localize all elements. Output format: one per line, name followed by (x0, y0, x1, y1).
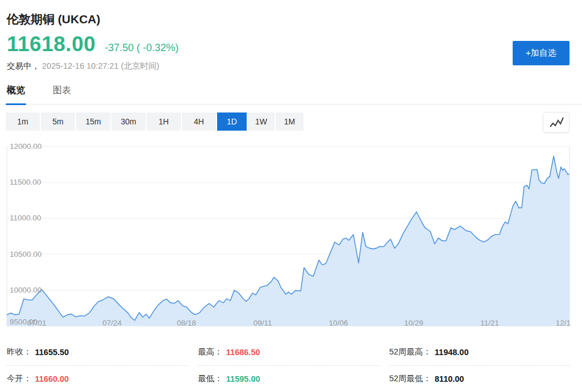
timeframe-5m[interactable]: 5m (41, 112, 75, 131)
page-title: 伦敦期铜 (UKCA) (7, 11, 582, 27)
timeframe-1w[interactable]: 1W (248, 112, 275, 131)
y-axis-label: 11500.00 (10, 178, 41, 186)
stat-label: 今开： (7, 373, 32, 384)
chart-style-button[interactable] (543, 112, 569, 133)
timeframe-4h[interactable]: 4H (182, 112, 216, 131)
stat-day-low: 最低：11595.00 (198, 366, 379, 392)
stat-value: 11660.00 (35, 374, 69, 383)
timeframe-1h[interactable]: 1H (147, 112, 181, 131)
price-row: 11618.00 -37.50 ( -0.32%) (7, 32, 582, 56)
x-axis-label: 08/18 (173, 319, 200, 327)
tab-overview[interactable]: 概览 (7, 85, 25, 104)
stat-label: 52周最低： (389, 373, 431, 384)
chart-canvas (6, 141, 570, 329)
trading-status-label: 交易中， (7, 61, 40, 70)
timeframe-1m[interactable]: 1m (6, 112, 40, 131)
stats-grid: 昨收：11655.50最高：11686.5052周最高：11948.00今开：1… (7, 339, 570, 392)
stat-week52-high: 52周最高：11948.00 (389, 339, 570, 366)
stat-label: 最低： (198, 373, 223, 384)
stat-value: 11686.50 (226, 348, 260, 357)
timeframe-1d[interactable]: 1D (217, 112, 247, 131)
stat-label: 52周最高： (389, 347, 431, 357)
stat-week52-low: 52周最低：8110.00 (389, 366, 570, 392)
add-watchlist-button[interactable]: +加自选 (513, 41, 569, 65)
timeframe-30m[interactable]: 30m (111, 112, 146, 131)
timeframe-row: 1m5m15m30m1H4H1D1W1M (6, 112, 582, 133)
quote-page: 伦敦期铜 (UKCA) 11618.00 -37.50 ( -0.32%) +加… (0, 11, 582, 392)
x-axis-label: 11/21 (476, 319, 504, 327)
x-axis-label: 10/06 (325, 319, 352, 327)
y-axis-label: 12000.00 (10, 142, 41, 151)
x-axis-label: 07/01 (23, 319, 51, 327)
stat-label: 昨收： (7, 347, 32, 357)
timeframe-15m[interactable]: 15m (76, 112, 110, 131)
stat-open: 今开：11660.00 (7, 366, 188, 392)
y-axis-label: 11000.00 (10, 214, 41, 222)
tab-bar: 概览图表 (0, 85, 582, 105)
current-price: 11618.00 (7, 32, 95, 56)
trading-status: 交易中， 2025-12-16 10:27:21 (北京时间) (7, 61, 582, 72)
y-axis-label: 10500.00 (10, 250, 41, 258)
x-axis-label: 09/11 (249, 319, 276, 327)
x-axis-label: 12/1 (556, 319, 571, 327)
price-chart[interactable]: 12000.0011500.0011000.0010500.0010000.00… (6, 141, 570, 329)
timeframe-bar: 1m5m15m30m1H4H1D1W1M (6, 112, 582, 131)
line-chart-icon (548, 116, 565, 130)
stat-value: 11655.50 (35, 348, 69, 357)
y-axis-label: 10000.00 (10, 286, 41, 294)
stat-label: 最高： (198, 347, 223, 357)
price-change: -37.50 ( -0.32%) (105, 42, 178, 54)
stat-prev-close: 昨收：11655.50 (7, 339, 188, 366)
x-axis-label: 10/29 (400, 319, 427, 327)
x-axis-label: 07/24 (98, 319, 126, 327)
stat-value: 11948.00 (435, 348, 469, 357)
stat-value: 11595.00 (226, 374, 260, 383)
stat-day-high: 最高：11686.50 (198, 339, 379, 366)
tab-chart[interactable]: 图表 (53, 85, 71, 104)
quote-timestamp: 2025-12-16 10:27:21 (北京时间) (42, 61, 159, 70)
timeframe-1m[interactable]: 1M (276, 112, 304, 131)
stat-value: 8110.00 (435, 374, 464, 383)
